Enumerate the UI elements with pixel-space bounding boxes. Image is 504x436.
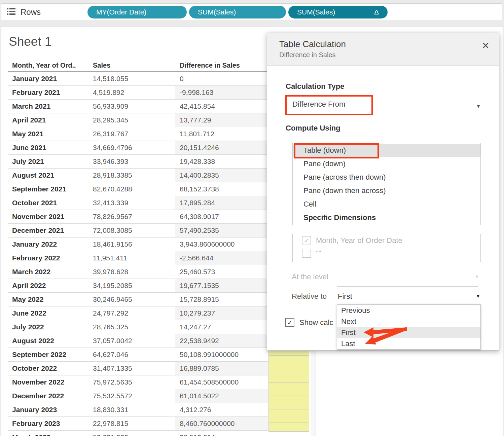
cell-difference: 14,247.27 bbox=[175, 320, 268, 334]
highlighted-cell[interactable] bbox=[269, 356, 309, 369]
dimension-label: "" bbox=[316, 249, 321, 258]
cell-difference: 50,108.991000000 bbox=[175, 348, 268, 361]
cell-sales: 78,826.9567 bbox=[93, 210, 132, 223]
show-calc-checkbox-row[interactable]: ✓ Show calc bbox=[285, 318, 334, 327]
compute-option-cell[interactable]: Cell bbox=[293, 197, 480, 211]
compute-option-pane-across-then-down[interactable]: Pane (across then down) bbox=[293, 171, 480, 184]
close-icon[interactable]: ✕ bbox=[482, 40, 490, 51]
cell-month: December 2022 bbox=[12, 389, 64, 403]
table-row[interactable]: December 202172,008.308557,490.2535 bbox=[8, 224, 268, 238]
table-row[interactable]: August 202237,057.004222,538.9492 bbox=[8, 334, 268, 348]
table-row[interactable]: August 202128,918.338514,400.2835 bbox=[8, 169, 268, 182]
table-row[interactable]: June 202134,669.479620,151.4246 bbox=[8, 141, 268, 155]
cell-sales: 31,407.1335 bbox=[93, 362, 132, 375]
cell-difference: 16,889.0785 bbox=[175, 362, 268, 375]
cell-sales: 30,246.9465 bbox=[93, 293, 132, 306]
at-the-level-underline bbox=[337, 286, 478, 287]
rows-shelf-header: Rows bbox=[1, 4, 85, 21]
highlighted-cell[interactable] bbox=[269, 351, 309, 356]
checkbox-checked[interactable]: ✓ bbox=[285, 318, 294, 327]
cell-difference: 3,943.860600000 bbox=[175, 238, 268, 251]
cell-difference: 13,777.29 bbox=[175, 113, 268, 127]
table-row[interactable]: October 202231,407.133516,889.0785 bbox=[8, 362, 268, 375]
relative-option-previous[interactable]: Previous bbox=[337, 305, 480, 316]
cell-sales: 82,670.4288 bbox=[93, 182, 132, 196]
compute-using-label: Compute Using bbox=[286, 124, 340, 133]
cell-difference: 8,460.760000000 bbox=[175, 417, 268, 430]
compute-using-list: Table (down)Pane (down)Pane (across then… bbox=[292, 143, 481, 225]
cell-sales: 37,057.0042 bbox=[93, 334, 132, 348]
cell-month: November 2022 bbox=[12, 375, 64, 389]
table-row[interactable]: May 202230,246.946515,728.8915 bbox=[8, 293, 268, 306]
cell-month: December 2021 bbox=[12, 224, 64, 237]
highlighted-cell[interactable] bbox=[269, 383, 309, 396]
table-row[interactable]: July 202228,765.32514,247.27 bbox=[8, 320, 268, 334]
cell-sales: 75,532.5572 bbox=[93, 389, 132, 403]
vertical-scrollbar[interactable] bbox=[311, 351, 316, 436]
table-row[interactable]: February 202211,951.411-2,566.644 bbox=[8, 251, 268, 265]
dimension-row: "" bbox=[293, 247, 480, 260]
cell-month: April 2022 bbox=[12, 279, 46, 292]
cell-sales: 22,978.815 bbox=[93, 417, 128, 430]
highlighted-diff2-column bbox=[268, 351, 309, 432]
cell-sales: 34,669.4796 bbox=[93, 141, 132, 154]
table-row[interactable]: January 202318,830.3314,312.276 bbox=[8, 403, 268, 417]
checkbox-unchecked-disabled bbox=[302, 249, 311, 258]
table-row[interactable]: September 202182,670.428868,152.3738 bbox=[8, 182, 268, 196]
highlighted-cell[interactable] bbox=[269, 409, 309, 423]
dimension-row: ✓Month, Year of Order Date bbox=[293, 234, 480, 247]
delta-icon: Δ bbox=[364, 8, 379, 16]
table-row[interactable]: November 202275,972.563561,454.508500000 bbox=[8, 375, 268, 389]
table-row[interactable]: January 202114,518.0550 bbox=[8, 72, 268, 86]
pill-my-order-date[interactable]: MY(Order Date) bbox=[87, 6, 187, 19]
relative-to-select[interactable]: First bbox=[338, 292, 352, 301]
cell-sales: 28,765.325 bbox=[93, 320, 128, 334]
annotation-redbox-calculation-type bbox=[285, 95, 373, 115]
table-row[interactable]: March 202239,978.62825,460.573 bbox=[8, 265, 268, 279]
cell-sales: 24,797.292 bbox=[93, 306, 128, 320]
cell-difference: 0 bbox=[175, 72, 268, 85]
highlighted-cell[interactable] bbox=[269, 423, 309, 431]
dialog-header: Table Calculation Difference in Sales ✕ bbox=[267, 33, 499, 66]
highlighted-cell[interactable] bbox=[269, 396, 309, 409]
cell-sales: 14,518.055 bbox=[93, 72, 128, 85]
table-row[interactable]: November 202178,826.956764,308.9017 bbox=[8, 210, 268, 224]
cell-sales: 28,918.3385 bbox=[93, 169, 132, 182]
table-row[interactable]: October 202132,413.33917,895.284 bbox=[8, 196, 268, 210]
table-row[interactable]: March 202156,933.90942,415.854 bbox=[8, 100, 268, 113]
table-row[interactable]: December 202275,532.557261,014.5022 bbox=[8, 389, 268, 403]
table-row[interactable]: February 20214,519.892-9,998.163 bbox=[8, 86, 268, 100]
cell-month: June 2022 bbox=[12, 306, 46, 320]
pill-sum-sales-delta[interactable]: SUM(Sales) Δ bbox=[288, 6, 388, 19]
table-row[interactable]: February 202322,978.8158,460.760000000 bbox=[8, 417, 268, 431]
cell-month: September 2022 bbox=[12, 348, 66, 361]
cell-difference: 17,895.284 bbox=[175, 196, 268, 210]
cell-month: May 2021 bbox=[12, 127, 43, 141]
table-row[interactable]: April 202234,195.208519,677.1535 bbox=[8, 279, 268, 293]
table-row[interactable]: March 202353,031.06938,513.014 bbox=[8, 431, 268, 436]
table-row[interactable]: September 202264,627.04650,108.991000000 bbox=[8, 348, 268, 362]
table-row[interactable]: June 202224,797.29210,279.237 bbox=[8, 306, 268, 320]
compute-option-specific-dimensions[interactable]: Specific Dimensions bbox=[293, 211, 480, 224]
table-body: January 202114,518.0550February 20214,51… bbox=[8, 72, 268, 436]
table-row[interactable]: April 202128,295.34513,777.29 bbox=[8, 113, 268, 127]
cell-month: April 2021 bbox=[12, 113, 46, 127]
table-row[interactable]: January 202218,461.91563,943.860600000 bbox=[8, 238, 268, 251]
cell-month: January 2021 bbox=[12, 72, 57, 85]
cell-difference: 4,312.276 bbox=[175, 403, 268, 416]
cell-month: October 2022 bbox=[12, 362, 57, 375]
pill-sum-sales[interactable]: SUM(Sales) bbox=[189, 6, 286, 19]
compute-option-pane-down-then-across[interactable]: Pane (down then across) bbox=[293, 184, 480, 197]
cell-difference: 25,460.573 bbox=[175, 265, 268, 279]
cell-difference: 68,152.3738 bbox=[175, 182, 268, 196]
chevron-down-icon: ▼ bbox=[476, 104, 481, 109]
cell-difference: 61,014.5022 bbox=[175, 389, 268, 403]
table-row[interactable]: May 202126,319.76711,801.712 bbox=[8, 127, 268, 141]
table-row[interactable]: July 202133,946.39319,428.338 bbox=[8, 155, 268, 169]
column-header-sales: Sales bbox=[93, 62, 110, 69]
cell-month: January 2022 bbox=[12, 238, 57, 251]
at-the-level-label: At the level bbox=[292, 272, 328, 281]
cell-month: February 2023 bbox=[12, 417, 60, 430]
compute-option-pane-down[interactable]: Pane (down) bbox=[293, 157, 480, 171]
highlighted-cell[interactable] bbox=[269, 369, 309, 383]
